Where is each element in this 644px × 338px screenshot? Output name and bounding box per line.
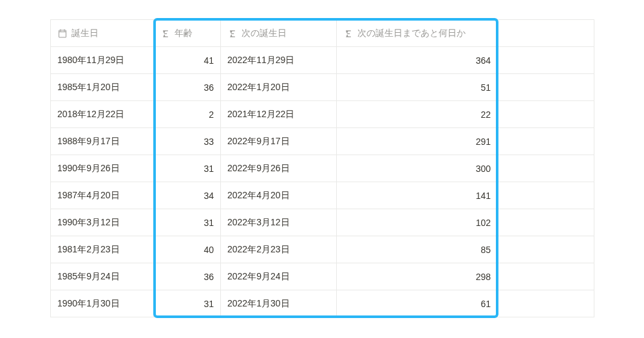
cell-birthday[interactable]: 1980年11月29日 (51, 47, 154, 74)
cell-next-birthday[interactable]: 2022年9月17日 (221, 128, 337, 155)
cell-next-birthday[interactable]: 2022年1月20日 (221, 74, 337, 101)
cell-birthday[interactable]: 1990年3月12日 (51, 209, 154, 236)
cell-next-birthday[interactable]: 2022年4月20日 (221, 182, 337, 209)
table-row[interactable]: 1990年3月12日312022年3月12日102 (51, 209, 594, 236)
cell-birthday[interactable]: 2018年12月22日 (51, 101, 154, 128)
cell-extra[interactable] (498, 74, 594, 101)
cell-extra[interactable] (498, 290, 594, 317)
cell-age[interactable]: 31 (154, 155, 221, 182)
column-header-next-birthday[interactable]: 次の誕生日 (221, 20, 337, 47)
table-row[interactable]: 1985年1月20日362022年1月20日51 (51, 74, 594, 101)
column-header-label: 次の誕生日まであと何日か (357, 28, 466, 39)
cell-days-until[interactable]: 364 (337, 47, 498, 74)
column-header-label: 誕生日 (71, 28, 99, 39)
cell-age[interactable]: 31 (154, 209, 221, 236)
cell-age[interactable]: 40 (154, 236, 221, 263)
cell-extra[interactable] (498, 236, 594, 263)
cell-age[interactable]: 33 (154, 128, 221, 155)
cell-days-until[interactable]: 51 (337, 74, 498, 101)
cell-birthday[interactable]: 1990年1月30日 (51, 290, 154, 317)
cell-extra[interactable] (498, 209, 594, 236)
formula-icon (227, 28, 238, 39)
table-row[interactable]: 1990年1月30日312022年1月30日61 (51, 290, 594, 317)
cell-next-birthday[interactable]: 2021年12月22日 (221, 101, 337, 128)
cell-age[interactable]: 34 (154, 182, 221, 209)
cell-next-birthday[interactable]: 2022年9月24日 (221, 263, 337, 290)
cell-birthday[interactable]: 1985年9月24日 (51, 263, 154, 290)
cell-extra[interactable] (498, 128, 594, 155)
formula-icon (160, 28, 171, 39)
cell-next-birthday[interactable]: 2022年3月12日 (221, 209, 337, 236)
cell-next-birthday[interactable]: 2022年1月30日 (221, 290, 337, 317)
cell-extra[interactable] (498, 47, 594, 74)
cell-extra[interactable] (498, 182, 594, 209)
table-row[interactable]: 1987年4月20日342022年4月20日141 (51, 182, 594, 209)
cell-extra[interactable] (498, 155, 594, 182)
cell-days-until[interactable]: 85 (337, 236, 498, 263)
cell-next-birthday[interactable]: 2022年11月29日 (221, 47, 337, 74)
column-header-label: 年齢 (175, 28, 193, 39)
table-row[interactable]: 1990年9月26日312022年9月26日300 (51, 155, 594, 182)
cell-days-until[interactable]: 298 (337, 263, 498, 290)
column-header-label: 次の誕生日 (242, 28, 287, 39)
cell-age[interactable]: 36 (154, 263, 221, 290)
cell-birthday[interactable]: 1987年4月20日 (51, 182, 154, 209)
cell-age[interactable]: 36 (154, 74, 221, 101)
cell-extra[interactable] (498, 263, 594, 290)
table-row[interactable]: 1985年9月24日362022年9月24日298 (51, 263, 594, 290)
column-header-age[interactable]: 年齢 (154, 20, 221, 47)
table-row[interactable]: 1981年2月23日402022年2月23日85 (51, 236, 594, 263)
cell-age[interactable]: 41 (154, 47, 221, 74)
cell-days-until[interactable]: 291 (337, 128, 498, 155)
data-table-container: 誕生日 年齢 次の誕生日 (50, 19, 594, 317)
table-header-row: 誕生日 年齢 次の誕生日 (51, 20, 594, 47)
cell-days-until[interactable]: 102 (337, 209, 498, 236)
cell-days-until[interactable]: 22 (337, 101, 498, 128)
cell-birthday[interactable]: 1981年2月23日 (51, 236, 154, 263)
column-header-extra[interactable] (498, 20, 594, 47)
table-row[interactable]: 1980年11月29日412022年11月29日364 (51, 47, 594, 74)
table-body: 1980年11月29日412022年11月29日364 1985年1月20日36… (51, 47, 594, 317)
cell-age[interactable]: 31 (154, 290, 221, 317)
column-header-days-until[interactable]: 次の誕生日まであと何日か (337, 20, 498, 47)
formula-icon (343, 28, 354, 39)
cell-extra[interactable] (498, 101, 594, 128)
calendar-icon (57, 28, 68, 39)
cell-days-until[interactable]: 141 (337, 182, 498, 209)
table-row[interactable]: 1988年9月17日332022年9月17日291 (51, 128, 594, 155)
table-row[interactable]: 2018年12月22日22021年12月22日22 (51, 101, 594, 128)
data-table: 誕生日 年齢 次の誕生日 (50, 19, 594, 317)
cell-birthday[interactable]: 1985年1月20日 (51, 74, 154, 101)
cell-next-birthday[interactable]: 2022年2月23日 (221, 236, 337, 263)
cell-next-birthday[interactable]: 2022年9月26日 (221, 155, 337, 182)
cell-birthday[interactable]: 1988年9月17日 (51, 128, 154, 155)
column-header-birthday[interactable]: 誕生日 (51, 20, 154, 47)
cell-days-until[interactable]: 300 (337, 155, 498, 182)
cell-days-until[interactable]: 61 (337, 290, 498, 317)
cell-birthday[interactable]: 1990年9月26日 (51, 155, 154, 182)
cell-age[interactable]: 2 (154, 101, 221, 128)
